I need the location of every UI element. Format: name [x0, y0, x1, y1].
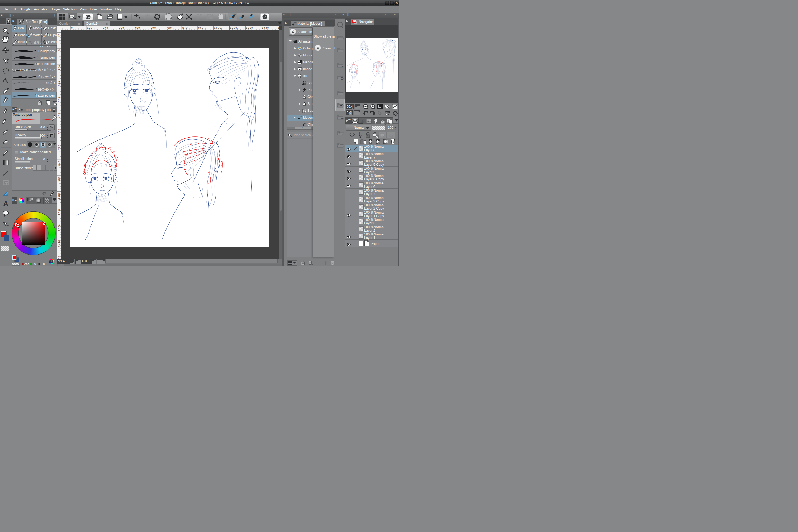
svg-text:?: ?	[264, 15, 266, 19]
svg-text:1320: 1320	[57, 224, 60, 231]
svg-text:240: 240	[57, 81, 60, 86]
svg-text:720: 720	[57, 145, 60, 150]
svg-text:840: 840	[57, 160, 60, 166]
svg-text:600: 600	[57, 129, 60, 134]
svg-text:1080: 1080	[214, 26, 221, 29]
svg-text:1440: 1440	[57, 240, 60, 247]
svg-text:120: 120	[87, 26, 92, 29]
svg-text:0: 0	[71, 26, 73, 29]
svg-text:480: 480	[57, 113, 60, 118]
svg-text:1200: 1200	[230, 26, 237, 29]
svg-text:1560: 1560	[278, 26, 279, 29]
svg-text:A: A	[3, 200, 8, 207]
svg-text:960: 960	[57, 176, 60, 182]
svg-text:1200: 1200	[57, 208, 60, 215]
svg-text:120: 120	[57, 65, 60, 70]
svg-text:360: 360	[119, 26, 124, 29]
svg-text:1440: 1440	[262, 26, 269, 29]
svg-text:120: 120	[57, 33, 60, 38]
svg-text:1080: 1080	[57, 192, 60, 199]
svg-text:960: 960	[198, 26, 204, 29]
svg-text:600: 600	[151, 26, 156, 29]
svg-text:240: 240	[103, 26, 108, 29]
svg-text:840: 840	[182, 26, 188, 29]
svg-text:0: 0	[57, 49, 60, 51]
svg-text:720: 720	[167, 26, 172, 29]
svg-text:480: 480	[135, 26, 140, 29]
svg-text:1560: 1560	[57, 255, 60, 259]
svg-text:1320: 1320	[246, 26, 253, 29]
